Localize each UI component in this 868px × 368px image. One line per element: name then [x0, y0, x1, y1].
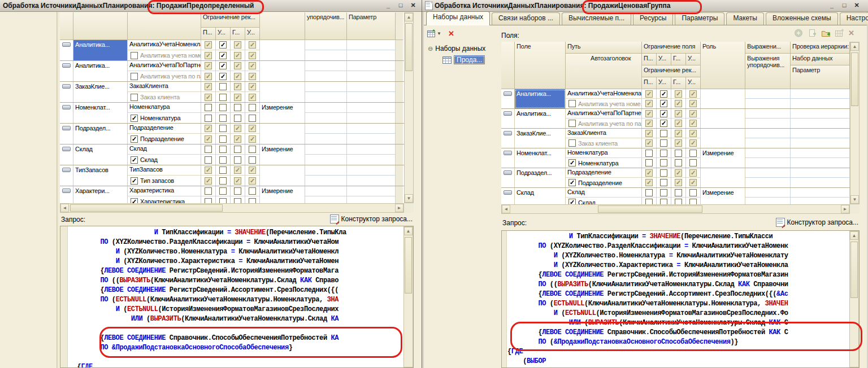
restriction-checkbox[interactable]: ✓: [219, 62, 227, 69]
field-name-cell[interactable]: ЗаказКлие...: [73, 82, 128, 102]
restriction-checkbox[interactable]: [660, 159, 667, 167]
delete-field-icon[interactable]: ✕: [848, 29, 854, 37]
restriction-checkbox[interactable]: ✓: [645, 100, 653, 107]
field-title-cell[interactable]: ✓Подразделение: [566, 178, 642, 187]
restriction-checkbox[interactable]: [234, 156, 241, 164]
field-row-group[interactable]: Подраздел...Подразделение✓Подразделение✓…: [60, 124, 414, 144]
restriction-checkbox[interactable]: [205, 104, 212, 111]
restriction-checkbox[interactable]: [219, 104, 227, 111]
field-title-cell[interactable]: ✓Номенклатура: [566, 158, 642, 168]
restriction-checkbox[interactable]: ✓: [205, 73, 212, 80]
restriction-checkbox[interactable]: [249, 104, 256, 111]
field-row-group[interactable]: Номенклат...Номенклатура✓НоменклатураИзм…: [60, 103, 414, 124]
restriction-checkbox[interactable]: ✓: [249, 52, 256, 59]
row-grip-icon[interactable]: [501, 109, 515, 128]
restriction-checkbox[interactable]: ✓: [205, 135, 212, 143]
field-path-cell[interactable]: Склад: [566, 188, 642, 198]
add-table-icon[interactable]: [835, 29, 844, 37]
field-path-cell[interactable]: АналитикаУчетаНоменкла...: [566, 89, 642, 99]
restriction-checkbox[interactable]: ✓: [234, 125, 241, 132]
restriction-checkbox[interactable]: ✓: [660, 90, 667, 98]
row-grip-icon[interactable]: [501, 168, 515, 187]
restriction-checkbox[interactable]: ✓: [675, 169, 682, 177]
field-name-cell[interactable]: Подраздел...: [515, 168, 566, 187]
restriction-checkbox[interactable]: ✓: [249, 41, 256, 49]
field-name-cell[interactable]: Склад: [73, 144, 128, 165]
tab-6[interactable]: Макеты: [726, 12, 764, 25]
restriction-checkbox[interactable]: ✓: [675, 120, 682, 127]
restriction-checkbox[interactable]: [205, 187, 212, 195]
field-name-cell[interactable]: Аналитика...: [73, 40, 128, 60]
restriction-checkbox[interactable]: ✓: [249, 94, 256, 101]
row-grip-icon[interactable]: [60, 40, 73, 60]
field-row-group[interactable]: ТипЗапасовТипЗапасов✓Тип запасов✓✓✓✓✓✓: [60, 165, 414, 186]
close-icon[interactable]: ✕: [409, 1, 417, 10]
field-name-cell[interactable]: Аналитика...: [73, 61, 128, 81]
maximize-icon[interactable]: □: [840, 1, 848, 10]
scroll-thumb[interactable]: [405, 23, 413, 71]
field-row-group[interactable]: Аналитика...АналитикаУчетаНоменкла...Ана…: [501, 89, 860, 109]
restriction-checkbox[interactable]: ✓: [234, 135, 241, 143]
restriction-checkbox[interactable]: [234, 187, 241, 195]
field-title-checkbox[interactable]: [131, 94, 138, 101]
col-u1[interactable]: У...: [657, 54, 671, 65]
scroll-right-icon[interactable]: ►: [841, 205, 849, 213]
restriction-checkbox[interactable]: [645, 189, 653, 196]
minimize-icon[interactable]: _: [828, 1, 836, 10]
row-grip-icon[interactable]: [60, 82, 73, 102]
restriction-checkbox[interactable]: ✓: [689, 169, 697, 177]
restriction-checkbox[interactable]: ✓: [234, 73, 241, 80]
col-ordering[interactable]: упорядочив...: [305, 12, 347, 40]
restriction-checkbox[interactable]: ✓: [689, 130, 697, 137]
field-row-group[interactable]: Аналитика...АналитикаУчетаНоменкла...Ана…: [60, 40, 414, 61]
field-name-cell[interactable]: Подраздел...: [73, 124, 128, 144]
restriction-checkbox[interactable]: ✓: [234, 62, 241, 69]
restriction-checkbox[interactable]: ✓: [249, 125, 256, 132]
restriction-checkbox[interactable]: ✓: [675, 130, 682, 137]
restriction-checkbox[interactable]: ✓: [205, 41, 212, 49]
restriction-checkbox[interactable]: ✓: [219, 52, 227, 59]
restriction-checkbox[interactable]: [660, 179, 667, 186]
field-path-cell[interactable]: ЗаказКлиента: [128, 82, 201, 92]
restriction-checkbox[interactable]: ✓: [219, 73, 227, 80]
col-p[interactable]: П...: [642, 77, 657, 89]
restriction-checkbox[interactable]: ✓: [205, 167, 212, 174]
tab-5[interactable]: Параметры: [675, 12, 724, 25]
restriction-checkbox[interactable]: [660, 150, 667, 157]
restriction-checkbox[interactable]: [675, 189, 682, 196]
restriction-checkbox[interactable]: ✓: [675, 90, 682, 98]
col-dataset[interactable]: Набор данных: [791, 54, 850, 65]
restriction-checkbox[interactable]: ✓: [689, 90, 697, 98]
restriction-checkbox[interactable]: [219, 156, 227, 164]
field-title-checkbox[interactable]: ✓: [131, 135, 138, 143]
field-row-group[interactable]: ЗаказКлие...ЗаказКлиентаЗаказ клиента✓✓✓…: [60, 82, 414, 103]
row-grip-icon[interactable]: [501, 89, 515, 108]
restriction-checkbox[interactable]: ✓: [689, 110, 697, 117]
restriction-checkbox[interactable]: [689, 159, 697, 167]
restriction-checkbox[interactable]: [660, 169, 667, 177]
row-grip-icon[interactable]: [60, 144, 73, 165]
restriction-checkbox[interactable]: ✓: [205, 177, 212, 185]
right-table-hscrollbar[interactable]: ◄ ►: [501, 204, 850, 214]
restriction-checkbox[interactable]: ✓: [645, 169, 653, 177]
scroll-left-icon[interactable]: ◄: [502, 205, 510, 213]
field-title-cell[interactable]: Заказ клиента: [128, 92, 201, 102]
restriction-checkbox[interactable]: ✓: [660, 100, 667, 107]
field-title-checkbox[interactable]: ✓: [131, 156, 138, 164]
restriction-checkbox[interactable]: ✓: [645, 90, 653, 98]
field-title-checkbox[interactable]: [568, 139, 576, 147]
field-title-checkbox[interactable]: [568, 120, 576, 127]
restriction-checkbox[interactable]: ✓: [660, 120, 667, 127]
restriction-checkbox[interactable]: ✓: [675, 139, 682, 147]
scroll-thumb[interactable]: [598, 205, 702, 213]
tab-1[interactable]: Наборы данных: [426, 11, 490, 25]
restriction-checkbox[interactable]: [205, 146, 212, 153]
col-field[interactable]: Поле: [515, 42, 566, 89]
field-path-cell[interactable]: Склад: [128, 144, 201, 155]
restriction-checkbox[interactable]: [689, 150, 697, 157]
restriction-checkbox[interactable]: ✓: [205, 83, 212, 90]
row-grip-icon[interactable]: [501, 148, 515, 168]
scroll-up-icon[interactable]: ▲: [850, 42, 859, 51]
restriction-checkbox[interactable]: [219, 135, 227, 143]
scroll-down-icon[interactable]: ▼: [405, 194, 413, 203]
